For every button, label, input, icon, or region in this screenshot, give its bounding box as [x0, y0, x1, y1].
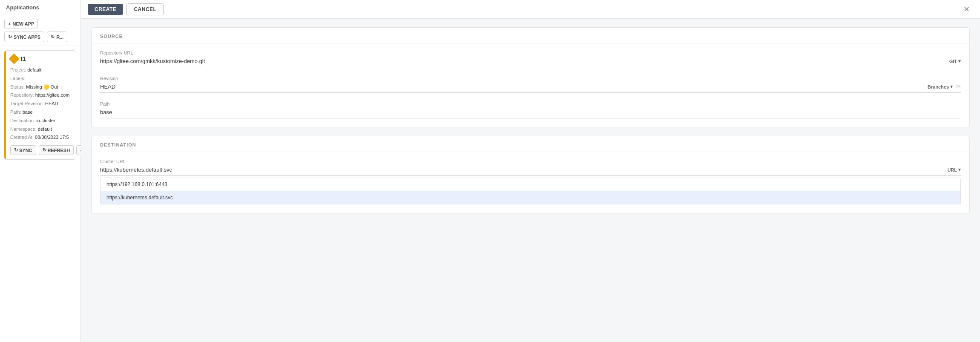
cluster-url-label: Cluster URL — [100, 159, 961, 164]
app-name: t1 — [20, 55, 26, 62]
destination-section-title: DESTINATION — [92, 136, 969, 152]
revision-input[interactable] — [100, 83, 924, 91]
sidebar-title: Applications — [0, 0, 80, 15]
app-info: Project: default Labels: Status: Missing… — [10, 66, 72, 142]
modal-body: SOURCE Repository URL GIT ▾ Re — [81, 19, 980, 342]
url-addon[interactable]: URL ▾ — [944, 167, 961, 172]
app-card: t1 Project: default Labels: Status: Miss… — [4, 50, 76, 160]
cluster-url-input[interactable] — [100, 166, 944, 174]
refresh-button[interactable]: ↻ R... — [47, 32, 67, 42]
repository-url-input[interactable] — [100, 57, 946, 65]
refresh-app-button[interactable]: ↻ REFRESH — [39, 145, 74, 155]
path-input[interactable] — [100, 108, 961, 116]
plus-icon: + — [8, 21, 11, 26]
revision-group: Revision Branches ▾ ⟳ — [100, 76, 961, 93]
branches-addon[interactable]: Branches ▾ — [924, 84, 953, 89]
refresh-small-icon: ⟳ — [956, 83, 961, 90]
close-button[interactable]: ✕ — [960, 4, 973, 15]
git-addon[interactable]: GIT ▾ — [946, 58, 961, 64]
repository-url-input-row: GIT ▾ — [100, 57, 961, 67]
destination-section: DESTINATION Cluster URL URL ▾ http — [91, 136, 970, 213]
create-app-modal: CREATE CANCEL ✕ SOURCE Repository URL GI… — [81, 0, 980, 342]
app-actions: ↻ SYNC ↻ REFRESH ● — [10, 145, 72, 155]
destination-section-body: Cluster URL URL ▾ https://192.168.0.101:… — [92, 152, 969, 213]
path-group: Path — [100, 101, 961, 118]
sidebar: Applications + NEW APP ↻ SYNC APPS ↻ R..… — [0, 0, 81, 342]
modal-header: CREATE CANCEL ✕ — [81, 0, 980, 19]
revision-input-row: Branches ▾ ⟳ — [100, 83, 961, 93]
refresh-icon: ↻ — [51, 34, 55, 40]
chevron-down-icon: ▾ — [958, 58, 961, 64]
app-card-header: t1 — [10, 55, 72, 63]
cluster-url-dropdown: https://192.168.0.101:6443 https://kuber… — [100, 178, 961, 204]
path-input-row — [100, 108, 961, 118]
sync-button[interactable]: ↻ SYNC — [10, 145, 36, 155]
dropdown-item-1[interactable]: https://kubernetes.default.svc — [101, 191, 960, 204]
refresh-icon: ↻ — [43, 147, 46, 153]
cluster-url-group: Cluster URL URL ▾ https://192.168.0.101:… — [100, 159, 961, 204]
sync-icon: ↻ — [8, 34, 12, 40]
chevron-down-icon: ▾ — [950, 84, 953, 89]
source-section: SOURCE Repository URL GIT ▾ Re — [91, 27, 970, 127]
sidebar-toolbar: + NEW APP ↻ SYNC APPS ↻ R... — [0, 15, 80, 46]
repository-url-group: Repository URL GIT ▾ — [100, 50, 961, 67]
create-button[interactable]: CREATE — [88, 4, 123, 15]
repository-url-label: Repository URL — [100, 50, 961, 55]
cluster-url-input-row: URL ▾ — [100, 166, 961, 176]
revision-label: Revision — [100, 76, 961, 81]
cancel-button[interactable]: CANCEL — [126, 3, 164, 15]
sync-icon: ↻ — [14, 147, 18, 153]
app-diamond-icon — [9, 53, 19, 64]
source-section-body: Repository URL GIT ▾ Revision — [92, 43, 969, 127]
path-label: Path — [100, 101, 961, 106]
dropdown-item-0[interactable]: https://192.168.0.101:6443 — [101, 178, 960, 191]
source-section-title: SOURCE — [92, 28, 969, 43]
sync-apps-button[interactable]: ↻ SYNC APPS — [4, 32, 44, 42]
chevron-down-icon: ▾ — [958, 167, 961, 172]
new-app-button[interactable]: + NEW APP — [4, 19, 38, 29]
